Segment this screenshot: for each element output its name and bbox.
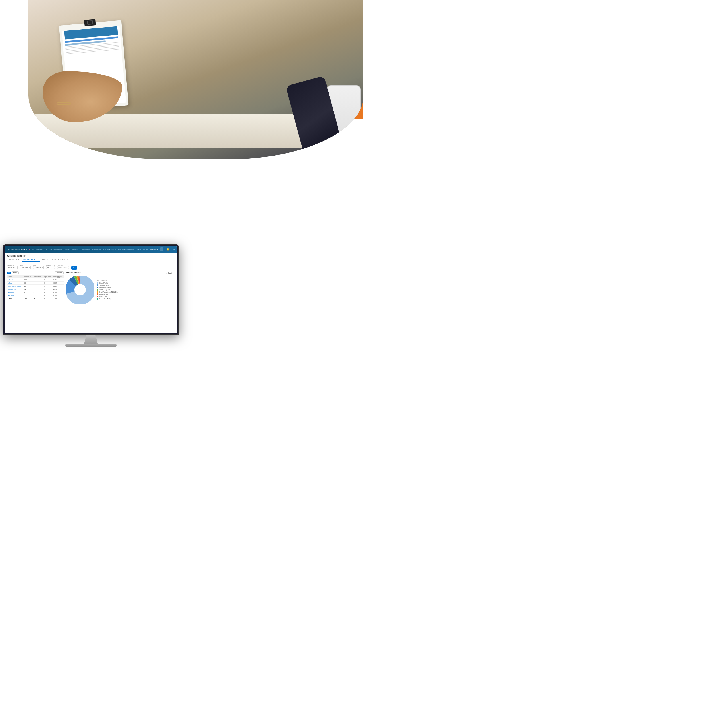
totals-label: Totals <box>7 297 24 300</box>
chart-section: Visitors: Source ↗ Export ▼ <box>66 271 175 323</box>
monitor-wrapper: SAP SuccessFactors ♥ ⌂ Recruiting ▼ Job … <box>3 244 179 347</box>
chart-export-button[interactable]: ↗ Export ▼ <box>165 272 175 274</box>
nav-how-tutorials[interactable]: How & Tutorials <box>136 248 148 250</box>
sap-navbar: SAP SuccessFactors ♥ ⌂ Recruiting ▼ Job … <box>5 246 177 252</box>
legend-dot-email <box>97 291 98 293</box>
filter-date-range: Date Range Since 2015 <box>7 265 18 269</box>
legend-linkedin: LinkedIn (16.3%) <box>97 284 118 286</box>
chart-large-label: Direct 190 (62%) <box>97 280 118 281</box>
row-visitors-direct: 215 <box>24 278 33 281</box>
start-value[interactable]: 01/01/2014 <box>20 266 31 269</box>
table-row: ● No Type 1 1 0 0.0% <box>7 294 64 297</box>
nav-job-req[interactable]: Job Requisitions <box>50 248 62 250</box>
row-pct-jobvite: 0.0% <box>53 291 64 294</box>
chart-legend: Direct 190 (62%) Direct (70.3%) LinkedIn… <box>97 280 118 300</box>
legend-dot-careersite <box>97 298 98 300</box>
scene-background <box>28 0 364 159</box>
row-pct-bing: 11.1% <box>53 281 64 284</box>
row-apply-bing: 3 <box>43 281 53 284</box>
home-icon: ⌂ <box>32 248 34 250</box>
tab-pages[interactable]: PAGES <box>41 258 50 262</box>
filter-campaign: Campaign Enter Type... <box>57 265 69 269</box>
nav-candidates[interactable]: Candidates <box>92 248 101 250</box>
row-apply-careersite: 6 <box>43 288 53 291</box>
svg-point-8 <box>75 284 86 295</box>
row-sub-jobvite: 0 <box>33 291 43 294</box>
row-pct-notype: 0.0% <box>53 294 64 297</box>
row-source-notype[interactable]: ● No Type <box>7 294 24 297</box>
tab-source-tracker[interactable]: SOURCE TRACKER <box>50 258 70 262</box>
monitor-display: SAP SuccessFactors ♥ ⌂ Recruiting ▼ Job … <box>5 246 177 333</box>
legend-label-jobvite: JobVite-PL (7.5%) <box>99 287 110 288</box>
nav-interview-central[interactable]: Interview Central <box>103 248 116 250</box>
bell-icon[interactable]: 🔔 <box>166 248 170 251</box>
sap-logo: SAP SuccessFactors <box>7 248 27 250</box>
nav-preferences[interactable]: Preferences <box>81 248 90 250</box>
legend-dot-linkedin <box>97 284 98 286</box>
referrer-value[interactable]: All <box>46 266 55 269</box>
bracelet <box>57 102 71 105</box>
row-source-jobboards[interactable]: ● Job Boards - Niche <box>7 284 24 288</box>
legend-jobvite: JobVite-PL (7.5%) <box>97 287 118 288</box>
tab-source-report[interactable]: SOURCE REPORT <box>21 258 40 262</box>
row-sub-notype: 1 <box>33 294 43 297</box>
export-button[interactable]: ↗ Export <box>55 271 64 274</box>
row-apply-jobboards: 6 <box>43 284 53 288</box>
row-apply-direct: 8 <box>43 278 53 281</box>
legend-label-email: Email Recruitment-PL (1.3%) <box>99 291 118 293</box>
person-legs <box>284 74 341 159</box>
nav-interview-scheduling[interactable]: Interview Scheduling <box>118 248 134 250</box>
nav-recruiting[interactable]: Recruiting <box>36 248 43 250</box>
dropdown-icon: ▼ <box>46 248 47 250</box>
row-visitors-jobvite: 4 <box>24 291 33 294</box>
table-controls: All Mobile ↗ Export <box>7 271 64 274</box>
sap-search-box[interactable] <box>160 248 163 251</box>
legend-label-careersite: Career Site (1.0%) <box>99 298 111 300</box>
totals-apply: 23 <box>43 297 53 300</box>
legend-label-linkedin: LinkedIn (16.3%) <box>99 284 110 286</box>
filter-end: End 02/01/2014 <box>33 265 44 269</box>
mobile-button[interactable]: Mobile <box>12 271 19 274</box>
row-source-careersite[interactable]: ● Career Site <box>7 288 24 291</box>
nav-help[interactable]: Help <box>172 248 175 250</box>
nav-marketing[interactable]: Marketing <box>150 248 158 250</box>
legend-label-bing: Bing (1.0%) <box>99 296 107 297</box>
source-table: Source Visitors ▼ Subscribers Apply Rate… <box>7 275 64 300</box>
legend-label-direct: Direct (70.3%) <box>99 282 108 284</box>
legend-dot-yahoo <box>97 294 98 295</box>
run-button[interactable]: Go <box>71 266 77 269</box>
col-apply-rate: Apply Rate <box>43 275 53 278</box>
nav-sources[interactable]: Sources <box>72 248 78 250</box>
legend-dot-indeed <box>97 289 98 291</box>
col-visit-apply: Visit/Apply % <box>53 275 64 278</box>
row-source-bing[interactable]: ● Bing <box>7 281 24 284</box>
totals-pct: 7.8% <box>53 297 64 300</box>
row-source-jobvite[interactable]: ● JobVite <box>7 291 24 294</box>
legend-dot-jobvite <box>97 287 98 288</box>
campaign-value[interactable]: Enter Type... <box>57 266 69 269</box>
nav-search[interactable]: Search <box>64 248 70 250</box>
pie-chart-container: Direct 190 (62%) Direct (70.3%) LinkedIn… <box>66 275 175 304</box>
totals-visitors: 306 <box>24 297 33 300</box>
row-pct-jobboards: 30.0% <box>53 284 64 288</box>
all-button[interactable]: All <box>7 272 11 274</box>
legend-dot-direct <box>97 282 98 284</box>
row-sub-direct: 4 <box>33 278 43 281</box>
legend-email: Email Recruitment-PL (1.3%) <box>97 291 118 293</box>
row-pct-careersite: 2.6% <box>53 288 64 291</box>
legend-careersite: Career Site (1.0%) <box>97 298 118 300</box>
col-visitors: Visitors ▼ <box>24 275 33 278</box>
table-row: ● Direct 215 4 8 3.7% <box>7 278 64 281</box>
legend-direct: Direct (70.3%) <box>97 282 118 284</box>
row-source-direct[interactable]: ● Direct <box>7 278 24 281</box>
col-source: Source <box>7 275 24 278</box>
row-visitors-jobboards: 20 <box>24 284 33 288</box>
tab-market-job[interactable]: MARKET JOB <box>7 258 21 262</box>
row-sub-careersite: 4 <box>33 288 43 291</box>
date-range-value[interactable]: Since 2015 <box>7 266 18 269</box>
pen <box>52 155 70 159</box>
table-row: ● Bing 36 3 3 11.1% <box>7 281 64 284</box>
end-value[interactable]: 02/01/2014 <box>33 266 44 269</box>
leg <box>286 76 345 159</box>
table-section: All Mobile ↗ Export Source Visitors ▼ Su… <box>7 271 64 323</box>
